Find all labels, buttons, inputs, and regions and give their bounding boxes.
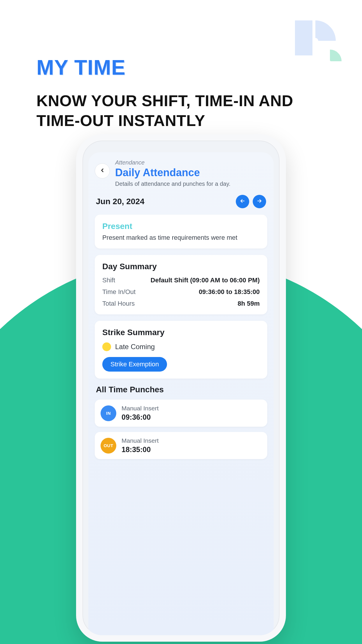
punch-direction-badge: OUT — [101, 438, 116, 454]
strike-item-label: Late Coming — [115, 343, 155, 351]
summary-key: Shift — [102, 276, 115, 284]
page-title: Daily Attendance — [115, 167, 230, 179]
punch-time: 09:36:00 — [122, 413, 159, 421]
arrow-left-icon — [240, 198, 245, 205]
summary-key: Total Hours — [102, 300, 135, 307]
summary-row: Shift Default Shift (09:00 AM to 06:00 P… — [102, 276, 260, 284]
status-label: Present — [102, 222, 260, 231]
strike-summary-card: Strike Summary Late Coming Strike Exempt… — [95, 321, 267, 379]
summary-row: Time In/Out 09:36:00 to 18:35:00 — [102, 288, 260, 296]
status-description: Present marked as time requirements were… — [102, 234, 260, 242]
summary-value: 09:36:00 to 18:35:00 — [199, 288, 260, 296]
phone-mockup: Attendance Daily Attendance Details of a… — [76, 134, 286, 642]
day-summary-title: Day Summary — [102, 262, 260, 271]
breadcrumb: Attendance — [115, 159, 230, 166]
summary-row: Total Hours 8h 59m — [102, 300, 260, 307]
strike-summary-title: Strike Summary — [102, 328, 260, 337]
punches-title: All Time Punches — [96, 385, 266, 394]
chevron-left-icon — [99, 167, 105, 175]
hero-subtitle: KNOW YOUR SHIFT, TIME-IN AND TIME-OUT IN… — [36, 91, 326, 130]
page-subtitle: Details of attendance and punches for a … — [115, 181, 230, 187]
strike-exemption-button[interactable]: Strike Exemption — [102, 357, 167, 372]
summary-value: Default Shift (09:00 AM to 06:00 PM) — [151, 276, 260, 284]
next-day-button[interactable] — [253, 195, 266, 208]
status-card: Present Present marked as time requireme… — [95, 215, 267, 249]
hero-title: MY TIME — [36, 55, 326, 79]
punch-direction-badge: IN — [101, 405, 116, 421]
punch-source: Manual Insert — [122, 437, 159, 444]
day-summary-card: Day Summary Shift Default Shift (09:00 A… — [95, 255, 267, 314]
punch-source: Manual Insert — [122, 405, 159, 412]
punch-row[interactable]: OUT Manual Insert 18:35:00 — [95, 432, 267, 459]
app-screen: Attendance Daily Attendance Details of a… — [88, 152, 274, 635]
warning-dot-icon — [102, 342, 111, 351]
summary-key: Time In/Out — [102, 288, 136, 296]
punch-row[interactable]: IN Manual Insert 09:36:00 — [95, 400, 267, 427]
date-label: Jun 20, 2024 — [96, 197, 145, 206]
prev-day-button[interactable] — [236, 195, 249, 208]
summary-value: 8h 59m — [238, 300, 260, 307]
arrow-right-icon — [256, 198, 262, 205]
punch-time: 18:35:00 — [122, 445, 159, 454]
back-button[interactable] — [95, 163, 110, 178]
